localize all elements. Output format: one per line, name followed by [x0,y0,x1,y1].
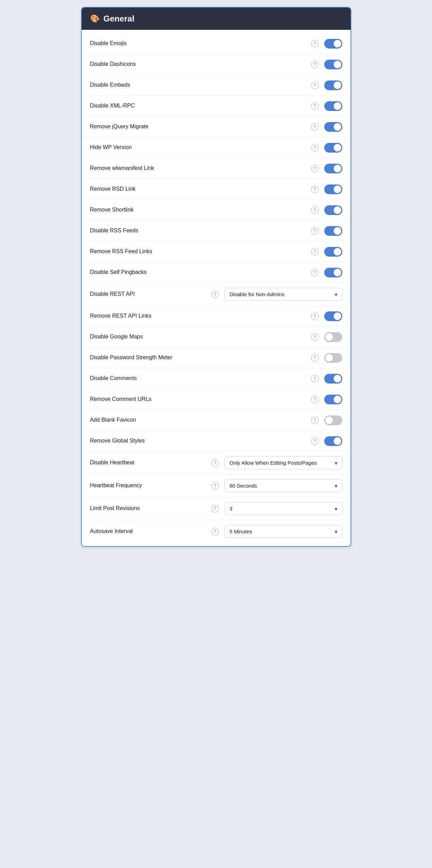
setting-row-disable-rest-api: Disable REST API?Disable for Non-AdminsD… [82,283,351,306]
select-disable-heartbeat[interactable]: Only Allow When Editing Posts/PagesDisab… [224,456,342,469]
help-icon-hide-wp-version[interactable]: ? [311,144,319,152]
setting-row-limit-post-revisions: Limit Post Revisions?3510Unlimited [82,497,351,520]
help-icon-disable-heartbeat[interactable]: ? [211,459,219,467]
setting-row-disable-embeds: Disable Embeds? [82,75,351,96]
toggle-slider-add-blank-favicon [324,415,342,425]
setting-row-remove-wlwmanifest-link: Remove wlwmanifest Link? [82,158,351,179]
card-header: 🎨 General [82,8,351,30]
setting-control-remove-rest-api-links [324,311,342,321]
header-title: General [104,14,134,24]
setting-label-remove-shortlink: Remove Shortlink [90,206,308,214]
toggle-hide-wp-version[interactable] [324,143,342,153]
setting-label-disable-google-maps: Disable Google Maps [90,333,308,341]
help-icon-disable-dashicons[interactable]: ? [311,61,319,68]
toggle-slider-remove-comment-urls [324,395,342,404]
help-icon-remove-comment-urls[interactable]: ? [311,396,319,403]
toggle-slider-remove-rest-api-links [324,311,342,321]
toggle-slider-remove-jquery-migrate [324,122,342,132]
palette-icon: 🎨 [90,14,99,23]
help-icon-remove-jquery-migrate[interactable]: ? [311,123,319,131]
help-icon-disable-google-maps[interactable]: ? [311,333,319,341]
toggle-remove-rest-api-links[interactable] [324,311,342,321]
setting-control-remove-global-styles [324,436,342,446]
setting-label-disable-embeds: Disable Embeds [90,81,308,89]
toggle-slider-disable-dashicons [324,60,342,69]
help-icon-disable-comments[interactable]: ? [311,375,319,383]
select-wrapper-disable-rest-api: Disable for Non-AdminsDisable Completely… [224,288,342,301]
setting-label-disable-heartbeat: Disable Heartbeat [90,459,209,466]
toggle-slider-remove-rsd-link [324,184,342,194]
help-icon-disable-rest-api[interactable]: ? [211,291,219,298]
toggle-slider-hide-wp-version [324,143,342,153]
setting-control-disable-rest-api: Disable for Non-AdminsDisable Completely… [224,288,342,301]
help-icon-remove-rss-feed-links[interactable]: ? [311,248,319,256]
setting-label-disable-rest-api: Disable REST API [90,291,209,298]
select-disable-rest-api[interactable]: Disable for Non-AdminsDisable Completely… [224,288,342,301]
toggle-slider-disable-comments [324,374,342,384]
toggle-slider-remove-global-styles [324,436,342,446]
setting-label-disable-xmlrpc: Disable XML-RPC [90,102,308,110]
toggle-slider-disable-rss-feeds [324,226,342,236]
toggle-remove-comment-urls[interactable] [324,395,342,404]
setting-label-remove-comment-urls: Remove Comment URLs [90,396,308,403]
setting-control-remove-rsd-link [324,184,342,194]
setting-row-remove-rsd-link: Remove RSD Link? [82,179,351,200]
help-icon-disable-emojis[interactable]: ? [311,40,319,48]
toggle-disable-rss-feeds[interactable] [324,226,342,236]
select-wrapper-heartbeat-frequency: 60 Seconds30 Seconds120 Seconds [224,479,342,492]
toggle-remove-global-styles[interactable] [324,436,342,446]
setting-control-remove-shortlink [324,205,342,215]
setting-row-disable-comments: Disable Comments? [82,368,351,389]
help-icon-remove-rest-api-links[interactable]: ? [311,312,319,320]
setting-label-disable-self-pingbacks: Disable Self Pingbacks [90,269,308,276]
help-icon-disable-password-strength-meter[interactable]: ? [311,354,319,362]
help-icon-limit-post-revisions[interactable]: ? [211,505,219,513]
help-icon-remove-wlwmanifest-link[interactable]: ? [311,165,319,172]
setting-label-heartbeat-frequency: Heartbeat Frequency [90,482,209,489]
toggle-remove-rss-feed-links[interactable] [324,247,342,257]
setting-row-remove-rest-api-links: Remove REST API Links? [82,306,351,327]
help-icon-autosave-interval[interactable]: ? [211,528,219,535]
toggle-slider-remove-rss-feed-links [324,247,342,257]
select-limit-post-revisions[interactable]: 3510Unlimited [224,502,342,515]
setting-label-hide-wp-version: Hide WP Version [90,144,308,151]
help-icon-remove-rsd-link[interactable]: ? [311,186,319,193]
toggle-disable-comments[interactable] [324,374,342,384]
setting-label-remove-wlwmanifest-link: Remove wlwmanifest Link [90,165,308,172]
setting-row-disable-google-maps: Disable Google Maps? [82,327,351,347]
setting-row-disable-heartbeat: Disable Heartbeat?Only Allow When Editin… [82,452,351,474]
toggle-add-blank-favicon[interactable] [324,415,342,425]
toggle-disable-emojis[interactable] [324,39,342,49]
setting-control-disable-google-maps [324,332,342,342]
setting-label-disable-password-strength-meter: Disable Password Strength Meter [90,354,308,361]
select-heartbeat-frequency[interactable]: 60 Seconds30 Seconds120 Seconds [224,479,342,492]
toggle-slider-disable-self-pingbacks [324,268,342,277]
setting-row-hide-wp-version: Hide WP Version? [82,137,351,158]
setting-label-remove-global-styles: Remove Global Styles [90,437,308,445]
toggle-disable-embeds[interactable] [324,80,342,90]
toggle-remove-rsd-link[interactable] [324,184,342,194]
toggle-remove-jquery-migrate[interactable] [324,122,342,132]
help-icon-disable-rss-feeds[interactable]: ? [311,227,319,235]
help-icon-add-blank-favicon[interactable]: ? [311,416,319,424]
help-icon-disable-xmlrpc[interactable]: ? [311,102,319,110]
help-icon-heartbeat-frequency[interactable]: ? [211,482,219,490]
help-icon-disable-self-pingbacks[interactable]: ? [311,269,319,276]
toggle-disable-google-maps[interactable] [324,332,342,342]
help-icon-remove-global-styles[interactable]: ? [311,437,319,445]
toggle-disable-xmlrpc[interactable] [324,101,342,111]
toggle-disable-self-pingbacks[interactable] [324,268,342,277]
setting-control-disable-heartbeat: Only Allow When Editing Posts/PagesDisab… [224,456,342,469]
toggle-remove-shortlink[interactable] [324,205,342,215]
select-autosave-interval[interactable]: 5 Minutes1 Minute2 Minutes10 Minutes [224,525,342,538]
setting-control-disable-dashicons [324,60,342,69]
general-settings-card: 🎨 General Disable Emojis?Disable Dashico… [81,7,351,547]
toggle-disable-password-strength-meter[interactable] [324,353,342,363]
toggle-disable-dashicons[interactable] [324,60,342,69]
setting-control-heartbeat-frequency: 60 Seconds30 Seconds120 Seconds [224,479,342,492]
setting-label-remove-rss-feed-links: Remove RSS Feed Links [90,248,308,255]
help-icon-remove-shortlink[interactable]: ? [311,206,319,214]
help-icon-disable-embeds[interactable]: ? [311,81,319,89]
toggle-remove-wlwmanifest-link[interactable] [324,164,342,173]
setting-row-heartbeat-frequency: Heartbeat Frequency?60 Seconds30 Seconds… [82,474,351,497]
